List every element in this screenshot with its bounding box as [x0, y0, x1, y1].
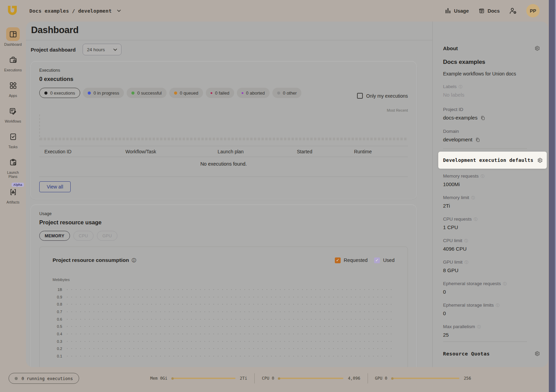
memory-limit-value: 2Ti: [443, 202, 540, 209]
copy-icon[interactable]: [480, 115, 485, 121]
legend-requested-checkbox[interactable]: ✓ Requested: [335, 257, 368, 263]
filter-aborted[interactable]: 0 aborted: [237, 88, 270, 98]
docs-nav-label: Docs: [488, 8, 500, 14]
about-title: About: [443, 45, 458, 51]
gpu-gauge-max: 256: [464, 376, 471, 381]
executions-count-title: 0 executions: [39, 76, 408, 82]
gridline: [67, 311, 395, 312]
no-executions-message: No executions found.: [31, 161, 416, 167]
dashboard-icon: [9, 30, 17, 39]
statusbar: 0 running executions Mem 0Gi 2Ti CPU 0 4…: [0, 367, 549, 392]
gpu-gauge-label: GPU 0: [375, 376, 387, 381]
bar-chart-icon: [445, 8, 451, 14]
gear-icon[interactable]: [537, 157, 543, 163]
status-dot: [44, 92, 47, 95]
tick-label: 0.7: [53, 310, 62, 314]
scrollbar[interactable]: [549, 0, 556, 392]
gpu-limit-label: GPU limit: [443, 260, 462, 265]
docs-nav-button[interactable]: Docs: [478, 8, 500, 14]
sidebar-item-apps[interactable]: Apps: [1, 79, 25, 98]
workflows-icon: [9, 107, 17, 115]
ephemeral-storage-requests-label: Ephemeral storage requests: [443, 281, 501, 286]
project-id-value: docs-examples: [443, 114, 477, 121]
sidebar-item-tasks[interactable]: Tasks: [1, 130, 25, 149]
sidebar-item-artifacts[interactable]: Alpha Artifacts: [1, 185, 25, 204]
usage-nav-button[interactable]: Usage: [445, 8, 469, 14]
cpu-requests-label: CPU requests: [443, 216, 472, 222]
status-dot: [15, 377, 18, 380]
sidebar-item-label: Dashboard: [4, 42, 22, 46]
ephemeral-storage-limits-label: Ephemeral storage limits: [443, 303, 494, 308]
domain-value: development: [443, 136, 472, 143]
gear-icon[interactable]: [534, 351, 540, 356]
tab-gpu[interactable]: GPU: [97, 231, 117, 241]
sidebar-item-dashboard[interactable]: Dashboard: [1, 27, 25, 46]
status-dot: [174, 92, 177, 95]
cpu-gauge-label: CPU 0: [262, 376, 274, 381]
filter-queued[interactable]: 0 queued: [169, 88, 203, 98]
copy-icon[interactable]: [475, 137, 480, 142]
filter-successful[interactable]: 0 successful: [127, 88, 167, 98]
breadcrumb[interactable]: Docs examples / development: [29, 0, 121, 22]
filter-executions[interactable]: 0 executions: [39, 88, 80, 98]
tick-label: 0.3: [53, 339, 62, 344]
info-icon: ⓘ: [477, 325, 481, 329]
gear-icon[interactable]: [534, 45, 540, 51]
filter-failed[interactable]: 0 failed: [206, 88, 234, 98]
filter-other[interactable]: 0 other: [272, 88, 301, 98]
divider: [443, 149, 527, 149]
sparkline-empty-dashes: [40, 138, 408, 140]
tick-label: 0.1: [53, 354, 62, 358]
executions-icon: [9, 56, 17, 64]
status-ring: [211, 92, 212, 94]
filter-label: 0 failed: [215, 90, 229, 96]
only-my-executions-label: Only my executions: [366, 93, 408, 99]
resource-tabs: MEMORY CPU GPU: [39, 231, 408, 241]
resource-quotas-header: Resource Quotas: [443, 351, 540, 356]
artifacts-icon: [9, 188, 17, 196]
sidebar-item-launch-plans[interactable]: Launch Plans: [1, 155, 25, 179]
sidebar-item-workflows[interactable]: Workflows: [1, 104, 25, 123]
tick-label: 0.9: [53, 295, 62, 299]
cpu-gauge-max: 4,096: [348, 376, 360, 381]
legend-used-checkbox[interactable]: ✓ Used: [374, 257, 395, 263]
user-settings-icon[interactable]: [509, 7, 517, 15]
divider: [443, 341, 527, 342]
time-range-select[interactable]: 24 hours: [83, 44, 122, 55]
gridline: [67, 326, 395, 327]
running-executions-pill[interactable]: 0 running executions: [9, 373, 79, 384]
project-name: Docs examples: [443, 59, 540, 66]
tab-cpu[interactable]: CPU: [73, 231, 94, 241]
only-my-executions-checkbox[interactable]: Only my executions: [357, 93, 408, 99]
chevron-down-icon: [117, 10, 121, 12]
avatar[interactable]: PP: [526, 4, 540, 17]
chart-title: Project resource consumption: [53, 257, 129, 263]
gridline: [67, 348, 395, 349]
resource-consumption-chart: Project resource consumption ⓘ ✓ Request…: [39, 247, 408, 367]
info-icon: ⓘ: [132, 258, 136, 263]
tick-label: 0.8: [53, 302, 62, 306]
union-logo[interactable]: [6, 4, 18, 17]
info-icon: ⓘ: [503, 282, 507, 286]
divider: [26, 40, 432, 40]
defaults-title: Development execution defaults: [443, 157, 533, 163]
domain-label: Domain: [443, 129, 540, 134]
memory-requests-value: 1000Mi: [443, 181, 540, 188]
filter-in-progress[interactable]: 0 in progress: [83, 88, 124, 98]
breadcrumb-text: Docs examples / development: [29, 8, 112, 14]
project-id-label: Project ID: [443, 107, 540, 112]
filter-label: 0 other: [283, 90, 297, 96]
checkbox-unchecked: [357, 93, 363, 99]
gridline: [67, 356, 395, 356]
max-parallelism-value: 25: [443, 332, 540, 338]
sidebar-item-executions[interactable]: Executions: [1, 53, 25, 72]
cpu-limit-value: 4096 CPU: [443, 246, 540, 252]
running-executions-label: 0 running executions: [22, 376, 73, 381]
most-recent-label: Most Recent: [387, 108, 408, 112]
tab-memory[interactable]: MEMORY: [39, 231, 70, 241]
view-all-button[interactable]: View all: [39, 181, 71, 192]
topbar: Docs examples / development Usage Docs: [0, 0, 549, 22]
gridline: [67, 334, 395, 334]
alpha-badge: Alpha: [12, 183, 24, 187]
gridline: [67, 341, 395, 342]
